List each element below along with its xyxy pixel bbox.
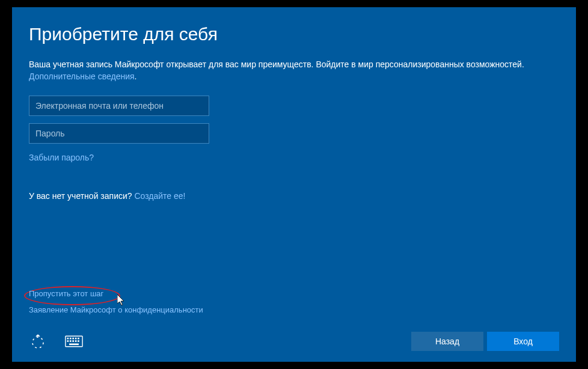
cursor-icon xyxy=(117,294,126,306)
oobe-signin-window: Приобретите для себя Ваша учетная запись… xyxy=(12,7,576,362)
password-field[interactable] xyxy=(29,123,209,144)
create-account-link[interactable]: Создайте ее! xyxy=(134,191,185,201)
svg-rect-4 xyxy=(72,338,74,340)
bottom-bar: Назад Вход xyxy=(29,332,559,351)
svg-rect-3 xyxy=(70,338,72,340)
svg-rect-9 xyxy=(72,340,74,342)
skip-area: Пропустить этот шаг xyxy=(29,288,103,299)
svg-rect-12 xyxy=(69,344,79,346)
svg-rect-11 xyxy=(78,340,79,342)
learn-more-link[interactable]: Дополнительные сведения xyxy=(29,72,135,81)
input-group xyxy=(29,96,559,144)
no-account-text: У вас нет учетной записи? Создайте ее! xyxy=(29,191,559,201)
svg-rect-6 xyxy=(78,338,79,340)
page-title: Приобретите для себя xyxy=(29,24,559,44)
bottom-right-buttons: Назад Вход xyxy=(411,332,559,351)
svg-rect-5 xyxy=(75,338,77,340)
svg-rect-10 xyxy=(75,340,77,342)
body-period: . xyxy=(135,72,137,81)
svg-rect-2 xyxy=(67,338,69,340)
on-screen-keyboard-icon[interactable] xyxy=(65,334,83,349)
skip-step-link[interactable]: Пропустить этот шаг xyxy=(29,289,103,298)
forgot-password-link[interactable]: Забыли пароль? xyxy=(29,153,94,162)
back-button[interactable]: Назад xyxy=(411,332,483,351)
privacy-statement-link[interactable]: Заявление Майкрософт о конфиденциальност… xyxy=(29,305,203,314)
email-field[interactable] xyxy=(29,96,209,116)
bottom-left-icons xyxy=(29,334,83,349)
body-text-content: Ваша учетная запись Майкрософт открывает… xyxy=(29,59,524,69)
no-account-label: У вас нет учетной записи? xyxy=(29,191,134,201)
ease-of-access-icon[interactable] xyxy=(29,334,47,349)
svg-rect-8 xyxy=(70,340,72,342)
svg-point-0 xyxy=(32,337,43,348)
signin-button[interactable]: Вход xyxy=(487,332,559,351)
body-text: Ваша учетная запись Майкрософт открывает… xyxy=(29,59,559,82)
svg-rect-7 xyxy=(67,340,69,342)
